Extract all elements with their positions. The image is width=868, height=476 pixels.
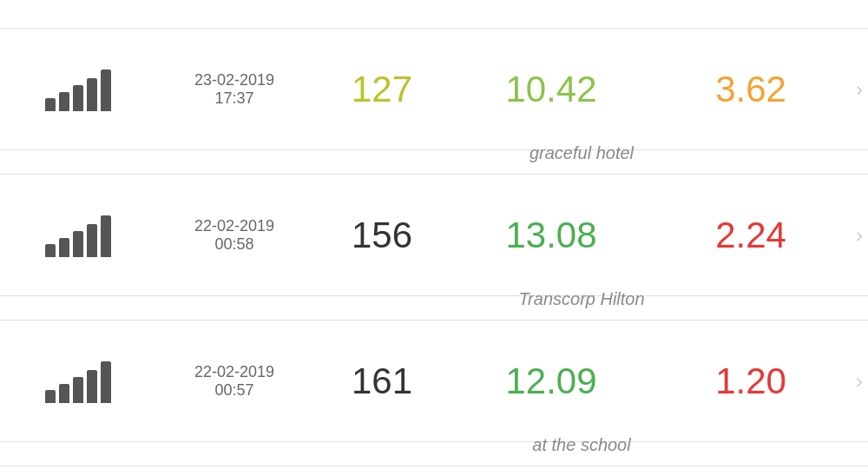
ping-cell: 161 — [312, 360, 451, 402]
time-value: 00:57 — [214, 381, 253, 400]
chevron-right-icon[interactable]: › — [851, 223, 868, 248]
download-value: 13.08 — [505, 215, 596, 256]
date-time-cell: 23-02-2019 17:37 — [156, 71, 312, 108]
bar-3 — [73, 85, 83, 111]
location-row: Transcorp Hilton — [0, 289, 868, 321]
bar-2 — [59, 238, 69, 257]
ping-value: 156 — [352, 215, 412, 256]
upload-cell: 2.24 — [651, 215, 851, 256]
date-time-cell: 22-02-2019 00:57 — [156, 363, 312, 400]
spacer2 — [156, 143, 312, 163]
bar-1 — [45, 390, 56, 403]
date-value: 22-02-2019 — [194, 217, 274, 235]
ping-value: 161 — [352, 360, 412, 402]
date-time-cell: 22-02-2019 00:58 — [156, 217, 312, 254]
table-row[interactable]: 22-02-2019 00:58 156 13.08 2.24 › — [0, 175, 868, 296]
signal-icon — [45, 214, 111, 257]
spacer2 — [156, 289, 312, 309]
ping-cell: 156 — [312, 215, 451, 256]
bar-2 — [59, 384, 69, 403]
download-value: 12.09 — [505, 360, 596, 402]
location-cell: at the school — [312, 435, 851, 455]
location-value: Transcorp Hilton — [518, 289, 644, 308]
bar-1 — [45, 244, 56, 257]
download-cell: 10.42 — [451, 69, 651, 110]
location-value: graceful hotel — [529, 143, 634, 162]
upload-value: 2.24 — [715, 215, 786, 256]
table-header — [0, 0, 868, 29]
signal-bars-cell — [0, 360, 156, 403]
time-value: 00:58 — [214, 235, 253, 254]
chevron-right-icon[interactable]: › — [851, 77, 868, 102]
spacer1 — [0, 143, 156, 163]
bar-5 — [101, 215, 111, 257]
download-value: 10.42 — [505, 69, 596, 110]
bar-4 — [87, 370, 97, 403]
upload-value: 1.20 — [715, 360, 786, 402]
signal-bars-cell — [0, 214, 156, 257]
download-cell: 13.08 — [451, 215, 651, 256]
signal-bars-cell — [0, 68, 156, 111]
ping-value: 127 — [352, 69, 412, 110]
bar-3 — [73, 377, 83, 403]
time-value: 17:37 — [214, 89, 253, 108]
ping-cell: 127 — [312, 69, 451, 110]
spacer1 — [0, 289, 156, 309]
signal-icon — [45, 68, 111, 111]
bar-1 — [45, 98, 56, 111]
spacer2 — [156, 435, 312, 455]
network-table: 23-02-2019 17:37 127 10.42 3.62 › gracef… — [0, 0, 868, 476]
bar-3 — [73, 231, 83, 257]
spacer1 — [0, 435, 156, 455]
bar-4 — [87, 224, 97, 257]
date-value: 23-02-2019 — [194, 71, 274, 89]
table-body: 23-02-2019 17:37 127 10.42 3.62 › gracef… — [0, 29, 868, 466]
upload-value: 3.62 — [715, 69, 786, 110]
location-row: graceful hotel — [0, 143, 868, 175]
signal-icon — [45, 360, 111, 403]
table-row[interactable]: 22-02-2019 00:57 161 12.09 1.20 › — [0, 321, 868, 442]
upload-cell: 1.20 — [651, 360, 851, 402]
bar-2 — [59, 92, 69, 111]
location-row: at the school — [0, 435, 868, 466]
date-value: 22-02-2019 — [194, 363, 274, 381]
bar-4 — [87, 78, 97, 111]
location-cell: Transcorp Hilton — [312, 289, 851, 309]
chevron-right-icon[interactable]: › — [851, 369, 868, 393]
upload-cell: 3.62 — [651, 69, 851, 110]
bar-5 — [101, 361, 111, 403]
bar-5 — [101, 69, 111, 111]
location-cell: graceful hotel — [312, 143, 851, 163]
table-row[interactable]: 23-02-2019 17:37 127 10.42 3.62 › — [0, 29, 868, 150]
download-cell: 12.09 — [451, 360, 651, 402]
location-value: at the school — [532, 435, 630, 454]
